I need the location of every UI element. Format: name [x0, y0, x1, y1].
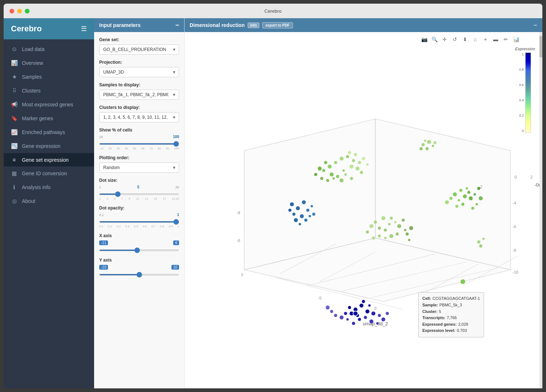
axis-tick-1: ỳ — [241, 272, 243, 277]
sidebar-item-analysis-info[interactable]: ℹ Analysis info — [4, 180, 94, 194]
sidebar-item-gene-expression[interactable]: 📉 Gene expression — [4, 139, 94, 153]
show-pct-min: 10 — [99, 135, 103, 139]
most-expressed-icon: 📢 — [11, 101, 18, 108]
svg-point-74 — [482, 238, 485, 240]
show-pct-slider[interactable] — [99, 143, 179, 145]
sidebar: Cerebro ☰ ⊙ Load data 📊 Overview ★ Sampl… — [4, 18, 94, 388]
sidebar-item-marker-genes[interactable]: 🔖 Marker genes — [4, 111, 94, 125]
axis-tick-neg6: -6 — [237, 238, 240, 243]
samples-icon: ★ — [11, 74, 18, 80]
svg-point-43 — [294, 218, 298, 222]
lasso-icon[interactable]: ✏ — [502, 35, 510, 44]
box-select-icon[interactable]: ▬ — [491, 35, 500, 44]
zoom-in-icon[interactable]: 🔍 — [430, 35, 439, 44]
svg-point-58 — [459, 189, 462, 192]
vertical-scrollbar[interactable] — [539, 32, 542, 388]
gene-set-select[interactable]: GO_B_CELL_PROLIFERATION — [99, 44, 179, 55]
sidebar-item-clusters[interactable]: ⠿ Clusters — [4, 84, 94, 98]
sidebar-item-load-data[interactable]: ⊙ Load data — [4, 42, 94, 56]
tooltip-icon[interactable]: ⌖ — [481, 35, 490, 44]
svg-point-12 — [340, 157, 344, 161]
download-icon[interactable]: ⬇ — [461, 35, 469, 44]
input-panel-minimize[interactable]: − — [175, 22, 179, 28]
enriched-pathways-icon: 📈 — [11, 129, 18, 136]
svg-point-117 — [409, 226, 413, 230]
window-title: Cerebro — [264, 8, 282, 14]
cell-tooltip: Cell: CCGTAGGAGCATGAAT-1 Sample: PBMC_5k… — [418, 292, 484, 337]
sidebar-title: Cerebro — [11, 24, 42, 34]
svg-point-109 — [402, 219, 405, 222]
show-pct-slider-container: 10 100 -102030405060708090100 — [99, 135, 179, 150]
x-axis-min-badge: -11 — [99, 240, 108, 245]
x-axis-slider[interactable] — [99, 250, 179, 251]
sidebar-label-enriched-pathways: Enriched pathways — [22, 129, 65, 135]
sidebar-item-most-expressed-genes[interactable]: 📢 Most expressed genes — [4, 98, 94, 111]
bar-chart-icon[interactable]: 📊 — [512, 35, 520, 44]
projection-select-wrapper: UMAP_3D ▼ — [99, 67, 179, 77]
tooltip-expression-label: Expression level: — [422, 328, 456, 334]
svg-point-94 — [382, 317, 386, 321]
camera-icon[interactable]: 📷 — [420, 35, 429, 44]
dim-info-badge[interactable]: info — [248, 23, 259, 28]
sidebar-item-gene-set-expression[interactable]: ≡ Gene set expression — [4, 153, 94, 166]
svg-point-107 — [366, 231, 369, 234]
export-pdf-button[interactable]: export to PDF — [262, 22, 293, 28]
sidebar-item-samples[interactable]: ★ Samples — [4, 70, 94, 84]
sidebar-item-enriched-pathways[interactable]: 📈 Enriched pathways — [4, 125, 94, 139]
sidebar-item-overview[interactable]: 📊 Overview — [4, 56, 94, 70]
svg-point-30 — [356, 166, 360, 170]
plotting-order-label: Plotting order: — [99, 155, 179, 160]
window-controls[interactable] — [9, 9, 30, 13]
svg-point-21 — [354, 153, 357, 156]
close-button[interactable] — [9, 9, 14, 13]
plot-area[interactable]: ỳ -6 -8 0 -5 5 -10 -8 -6 -4 4 -2 — [185, 32, 542, 388]
maximize-button[interactable] — [25, 9, 30, 13]
axis-tick-2-r: 2 — [530, 175, 533, 179]
svg-point-16 — [322, 169, 325, 172]
sidebar-label-clusters: Clusters — [22, 88, 40, 94]
sidebar-item-about[interactable]: ◎ About — [4, 194, 94, 208]
plotting-order-select[interactable]: Random — [99, 162, 179, 173]
tooltip-sample-value: PBMC_5k_3 — [439, 302, 462, 309]
svg-point-104 — [369, 224, 373, 228]
crosshair-icon[interactable]: ✛ — [440, 35, 449, 44]
sidebar-label-marker-genes: Marker genes — [22, 115, 53, 121]
x-axis-max-badge: 6 — [173, 240, 179, 245]
svg-point-62 — [449, 197, 453, 200]
dim-panel-minimize[interactable]: − — [533, 22, 537, 28]
svg-point-64 — [461, 203, 465, 206]
dot-size-min: 1 — [99, 185, 101, 189]
svg-point-24 — [344, 173, 347, 176]
svg-point-37 — [302, 200, 306, 204]
svg-point-44 — [304, 219, 307, 222]
rotate-icon[interactable]: ↺ — [450, 35, 459, 44]
svg-point-105 — [394, 221, 396, 223]
svg-point-35 — [326, 179, 329, 182]
x-axis-group: X axis -11 6 — [99, 233, 179, 252]
show-pct-label: Show % of cells — [99, 128, 179, 133]
svg-point-27 — [314, 173, 317, 176]
samples-select[interactable]: PBMC_5k_1, PBMC_5k_2, PBMC_5... — [99, 90, 179, 100]
projection-select[interactable]: UMAP_3D — [99, 67, 179, 77]
home-icon[interactable]: ⌂ — [471, 35, 480, 44]
svg-point-36 — [320, 177, 324, 180]
tooltip-sample-label: Sample: — [422, 302, 438, 309]
sidebar-header: Cerebro ☰ — [4, 18, 94, 39]
minimize-button[interactable] — [17, 9, 22, 13]
sidebar-label-gene-expression: Gene expression — [22, 143, 61, 149]
dot-size-slider[interactable] — [99, 193, 179, 195]
hamburger-icon[interactable]: ☰ — [81, 25, 87, 33]
svg-point-14 — [352, 159, 355, 162]
axis-tick-neg8-r: -8 — [512, 248, 516, 252]
sidebar-item-gene-id-conversion[interactable]: ▦ Gene ID conversion — [4, 166, 94, 180]
svg-point-71 — [476, 203, 478, 205]
plot-frame — [244, 119, 519, 309]
dot-opacity-group: Dot opacity: 0.1 1 0.10.20.30.40.50.60.7… — [99, 205, 179, 228]
dot-opacity-slider[interactable] — [99, 221, 179, 223]
clusters-select[interactable]: 1, 2, 3, 4, 5, 6, 7, 8, 9, 10, 11, 12, 1… — [99, 112, 179, 122]
svg-point-98 — [386, 312, 389, 315]
svg-point-102 — [378, 227, 381, 230]
scrollbar-thumb[interactable] — [539, 36, 542, 58]
y-axis-slider[interactable] — [99, 274, 179, 275]
axis-tick-0-r: 0 — [515, 175, 517, 179]
